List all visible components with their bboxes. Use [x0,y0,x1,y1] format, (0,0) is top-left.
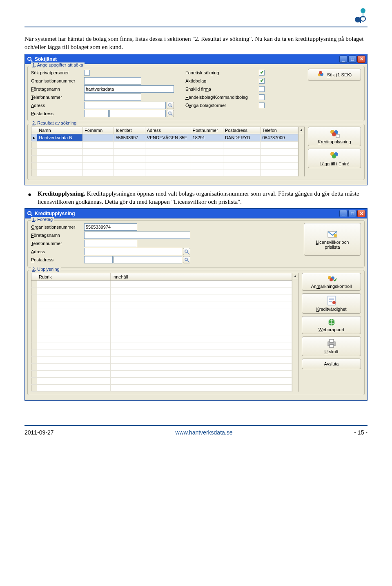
aktiebolag-checkbox[interactable]: ✔ [259,78,265,84]
adress-input[interactable] [84,102,166,109]
table-row[interactable] [31,364,292,371]
table-row[interactable] [31,336,292,343]
close-button[interactable]: ✕ [357,210,365,217]
postnr-input[interactable] [84,110,109,117]
post-lookup-button[interactable] [183,256,190,263]
scroll-up-button[interactable]: ▲ [292,273,298,279]
intro-paragraph: När systemet har hämtat de bolag som fin… [24,35,368,51]
table-row[interactable] [31,169,298,176]
fonetisk-checkbox[interactable]: ✔ [259,70,265,76]
table-row[interactable] [31,329,292,336]
web-label: Webbrapport [318,327,344,332]
table-row[interactable] [31,287,292,294]
table-row[interactable] [31,371,292,378]
postort-input[interactable] [109,110,166,117]
orgnr-input[interactable] [84,77,141,85]
table-row[interactable] [31,141,298,148]
avsluta-button[interactable]: Avsluta [302,359,361,369]
table-row[interactable] [31,343,292,350]
maximize-button[interactable]: □ [348,210,356,217]
svg-point-12 [319,71,322,74]
post-lookup-button[interactable] [167,110,174,117]
upplysning-table[interactable]: Rubrik Innehåll [31,273,292,392]
col-tel[interactable]: Telefon [261,127,298,134]
privatperson-checkbox[interactable] [84,70,90,76]
table-row[interactable] [31,385,292,392]
close-button[interactable]: ✕ [357,56,365,63]
table-row[interactable] [31,162,298,169]
adress-lookup-button[interactable] [183,248,190,255]
postort-input[interactable] [114,256,182,263]
foretagsnamn-input[interactable] [84,85,174,93]
table-row[interactable] [31,301,292,308]
cell-fornamn [83,134,114,141]
kreditvardighet-button[interactable]: Kreditvärdighet [302,293,361,314]
bullet-title: Kreditupplysning. [38,190,85,197]
label-ovriga: Övriga bolagsformer [185,103,259,108]
anm-label: Anmärkningskontroll [311,284,352,289]
table-row[interactable] [31,148,298,155]
label-postadress: Postadress [31,111,84,116]
col-postadr[interactable]: Postadress [223,127,261,134]
table-row[interactable] [31,155,298,162]
tel-input[interactable] [84,240,137,247]
col-namn[interactable]: Namn [37,127,83,134]
col-innehall[interactable]: Innehåll [111,273,292,281]
search-criteria-group: 11. Ange uppgifter att söka. Ange uppgif… [27,66,365,121]
printer-icon [326,339,337,349]
table-row[interactable] [31,294,292,301]
anmarkningskontroll-button[interactable]: Anmärkningskontroll [302,273,361,291]
handels-checkbox[interactable] [259,94,265,100]
titlebar[interactable]: Kreditupplysning _ □ ✕ [25,209,367,218]
maximize-button[interactable]: □ [348,56,356,63]
foretag-input[interactable] [84,232,190,239]
lagg-till-entre-button[interactable]: Lägg till i Entré [308,149,361,168]
orgnr-input[interactable] [84,223,137,231]
table-row[interactable]: ▸ Hantverksdata N 556533997 VENDEVÄGEN 8… [31,134,298,141]
table-row[interactable] [31,315,292,322]
cell-identitet: 556533997 [114,134,145,141]
label-adress: Adress [31,103,84,108]
label-tel: Telefonnummer [31,241,84,246]
webbrapport-button[interactable]: Webbrapport [302,316,361,334]
col-identitet[interactable]: Identitet [114,127,145,134]
adress-lookup-button[interactable] [167,102,174,109]
table-row[interactable] [31,350,292,357]
enskild-checkbox[interactable] [259,86,265,92]
table-row[interactable] [31,322,292,329]
label-post: Postadress [31,257,84,262]
table-row[interactable] [31,281,292,287]
ovriga-checkbox[interactable] [259,102,265,108]
svg-line-23 [187,252,189,254]
sok-button[interactable]: Sök (1 SEK) [308,69,361,81]
brand-logo [353,7,368,27]
svg-point-4 [28,57,31,60]
scroll-up-button[interactable]: ▲ [298,127,305,133]
licens-l1: Licensvillkor och [316,240,349,245]
minimize-button[interactable]: _ [339,56,347,63]
kv-label: Kreditvärdighet [316,307,347,312]
col-adress[interactable]: Adress [145,127,191,134]
svg-point-2 [355,17,361,22]
svg-point-27 [334,234,337,237]
print-label: Utskrift [324,349,338,354]
kreditupplysning-button[interactable]: Kreditupplysning [308,127,361,146]
minimize-button[interactable]: _ [339,210,347,217]
col-rubrik[interactable]: Rubrik [37,273,111,281]
col-fornamn[interactable]: Förnamn [83,127,114,134]
window-title: Söktjänst [35,56,339,62]
label-foretag: Företagsnamn [31,87,84,91]
tel-input[interactable] [84,94,141,101]
col-postnr[interactable]: Postnummer [191,127,223,134]
licensvillkor-button[interactable]: Licensvillkor och prislista [304,223,361,256]
table-row[interactable] [31,378,292,385]
adress-input[interactable] [84,248,182,255]
app-icon [27,210,33,217]
postnr-input[interactable] [84,256,113,263]
table-row[interactable] [31,308,292,315]
utskrift-button[interactable]: Utskrift [302,336,361,356]
svg-point-0 [361,8,365,13]
results-table[interactable]: Namn Förnamn Identitet Adress Postnummer… [31,127,298,176]
table-row[interactable] [31,357,292,364]
footer-url: www.hantverksdata.se [175,429,232,436]
